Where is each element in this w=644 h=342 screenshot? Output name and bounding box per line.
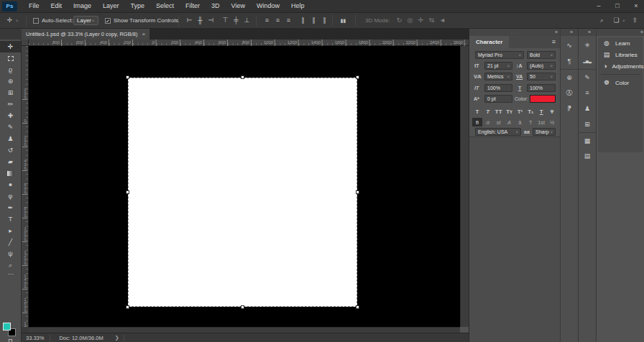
tool-presets-panel-icon[interactable]: ✎ [579, 69, 596, 85]
hand-tool[interactable]: ψ [0, 248, 21, 259]
distribute-top-edges-icon[interactable]: ≡ [262, 13, 272, 28]
tracking-dropdown[interactable]: 50 ˅ [527, 73, 556, 80]
transform-bounding-box[interactable] [128, 78, 357, 307]
histogram-panel-icon[interactable]: ▂▅▃ [579, 53, 596, 69]
pen-tool[interactable]: ✒ [0, 202, 21, 213]
dodge-tool[interactable]: φ [0, 190, 21, 202]
horizontal-ruler[interactable]: 8006004002000200400600800100012001400160… [29, 40, 469, 46]
align-bottom-edges-icon[interactable]: ⊥ [242, 13, 252, 28]
small-caps-icon[interactable]: Tᴛ [505, 107, 515, 116]
align-right-edges-icon[interactable]: ⊣ [206, 13, 216, 28]
ruler-corner[interactable] [22, 40, 29, 46]
edit-toolbar-button[interactable]: ⋯ [0, 271, 21, 279]
type-tool[interactable]: T [0, 213, 21, 225]
align-left-edges-icon[interactable]: ⊢ [184, 13, 195, 28]
auto-select-checkbox[interactable]: Auto-Select: [33, 13, 73, 28]
strikethrough-icon[interactable]: T [547, 107, 557, 116]
text-color-swatch[interactable] [530, 95, 556, 103]
auto-select-target-dropdown[interactable]: Layer ˅ [73, 13, 98, 28]
transform-handle-top-right[interactable] [356, 75, 359, 79]
anti-alias-dropdown[interactable]: Sharp ˅ [533, 128, 556, 136]
canvas[interactable] [29, 46, 460, 327]
history-brush-tool[interactable]: ↺ [0, 144, 21, 156]
collapse-panel-icon[interactable]: » [640, 29, 643, 34]
gradient-tool[interactable] [0, 167, 21, 179]
dock-column-header[interactable]: » [561, 29, 579, 36]
distribute-vertical-centers-icon[interactable]: ≡ [272, 13, 283, 28]
quick-mask-button[interactable]: ◘ [0, 337, 21, 342]
faux-bold-icon[interactable]: T [472, 107, 482, 116]
menu-type[interactable]: Type [125, 0, 151, 12]
layer-comps-panel-icon[interactable]: ⊞ [579, 116, 596, 132]
align-vertical-centers-icon[interactable]: ╪ [231, 13, 242, 28]
menu-file[interactable]: File [23, 0, 45, 12]
all-caps-icon[interactable]: TT [494, 107, 504, 116]
transform-handle-bottom-right[interactable] [356, 305, 359, 309]
align-top-edges-icon[interactable]: ⊤ [220, 13, 231, 28]
menu-filter[interactable]: Filter [180, 0, 206, 12]
learn-panel[interactable]: ◍ Learn [598, 37, 643, 49]
dock-column-header[interactable]: » [597, 29, 644, 36]
distribute-left-edges-icon[interactable]: ∥ [298, 13, 308, 28]
menu-select[interactable]: Select [150, 0, 180, 12]
search-button[interactable]: ⌕ [597, 13, 607, 28]
distribute-bottom-edges-icon[interactable]: ≡ [283, 13, 294, 28]
character-styles-panel-icon[interactable]: Ⓐ [561, 85, 578, 101]
menu-3d[interactable]: 3D [206, 0, 226, 12]
swash-icon[interactable]: A [505, 118, 515, 126]
align-horizontal-centers-icon[interactable]: ╫ [195, 13, 206, 28]
marquee-tool[interactable] [0, 52, 21, 64]
adjustments-panel[interactable]: ◑ Adjustments [598, 60, 643, 72]
minimize-button[interactable]: – [594, 0, 604, 12]
menu-view[interactable]: View [226, 0, 251, 12]
show-transform-checkbox[interactable]: ✓ Show Transform Controls [105, 13, 178, 28]
dock-column-header[interactable]: » [579, 29, 597, 36]
libraries-panel[interactable]: ▤ Libraries [598, 49, 643, 60]
kerning-dropdown[interactable]: Metrics ˅ [484, 73, 512, 80]
menu-window[interactable]: Window [251, 0, 285, 12]
subscript-icon[interactable]: T₁ [525, 107, 535, 116]
clone-source-panel-icon[interactable]: ♟ [579, 101, 596, 116]
3d-pan-icon[interactable]: ✛ [415, 13, 426, 28]
horizontal-scale-field[interactable]: 100% [527, 84, 556, 92]
properties-panel-icon[interactable]: ≡ [579, 85, 596, 101]
3d-roll-icon[interactable]: ◎ [405, 13, 415, 28]
healing-brush-tool[interactable]: ✚ [0, 110, 21, 121]
zoom-tool[interactable]: ⌕ [0, 259, 21, 271]
checkbox-checked[interactable]: ✓ [105, 18, 111, 24]
paragraph-styles-panel-icon[interactable]: ⁋ [561, 101, 578, 116]
transform-handle-middle-left[interactable] [126, 190, 129, 194]
ordinals-icon[interactable]: 1st [536, 118, 546, 126]
leading-dropdown[interactable]: (Auto) ˅ [527, 62, 556, 70]
eyedropper-tool[interactable]: ✏ [0, 98, 21, 110]
menu-help[interactable]: Help [285, 0, 310, 12]
color-panel[interactable]: ☸ Color [598, 77, 643, 88]
transform-handle-bottom-left[interactable] [126, 305, 129, 309]
close-button[interactable]: × [631, 0, 641, 12]
fractions-icon[interactable]: ½ [547, 118, 557, 126]
font-family-dropdown[interactable]: Myriad Pro ˅ [475, 51, 524, 59]
font-size-dropdown[interactable]: 21 pt ˅ [484, 62, 512, 70]
contextual-alternates-icon[interactable]: σ [483, 118, 493, 126]
titling-alternates-icon[interactable]: T [525, 118, 535, 126]
underline-icon[interactable]: T [536, 107, 546, 116]
lasso-tool[interactable]: ϱ [0, 64, 21, 75]
clone-stamp-tool[interactable]: ♟ [0, 133, 21, 144]
font-style-dropdown[interactable]: Bold ˅ [527, 51, 556, 59]
transform-handle-top-left[interactable] [126, 75, 129, 79]
foreground-color-swatch[interactable] [3, 323, 11, 331]
quick-selection-tool[interactable]: ⊛ [0, 75, 21, 87]
zoom-level-field[interactable]: 33.33% [22, 335, 50, 341]
checkbox-unchecked[interactable] [33, 18, 39, 24]
3d-orbit-icon[interactable]: ↻ [394, 13, 405, 28]
share-button[interactable]: ⇧ [630, 13, 640, 28]
brush-tool[interactable]: ✎ [0, 121, 21, 133]
swatches-panel-icon[interactable]: ▦ [579, 132, 596, 148]
superscript-icon[interactable]: T¹ [515, 107, 525, 116]
distribute-right-edges-icon[interactable]: ∥ [319, 13, 330, 28]
menu-layer[interactable]: Layer [97, 0, 125, 12]
distribute-spacing-button[interactable]: ▮▮ [338, 13, 349, 28]
curves-panel-icon[interactable]: ∿ [561, 37, 578, 53]
document-tab[interactable]: Untitled-1.psd @ 33.3% (Layer 0 copy, RG… [22, 29, 150, 40]
eraser-tool[interactable]: ▰ [0, 156, 21, 167]
